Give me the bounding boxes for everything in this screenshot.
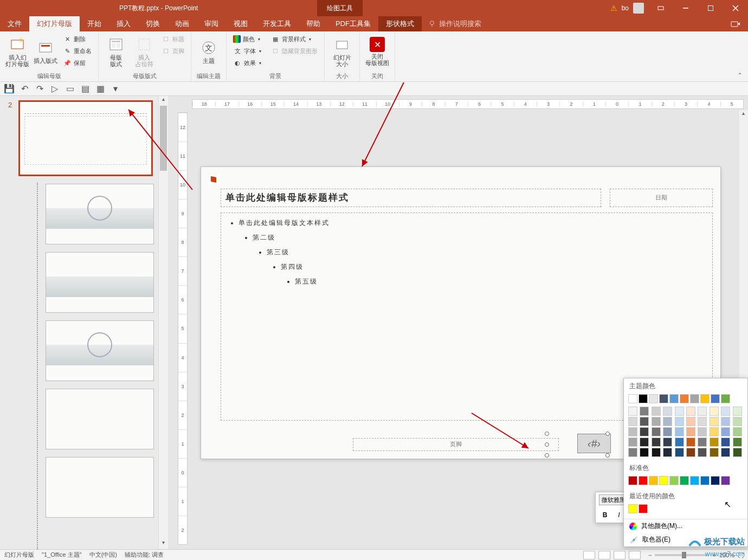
color-swatch[interactable]: [710, 427, 719, 436]
color-swatch[interactable]: [710, 437, 719, 447]
color-swatch[interactable]: [698, 448, 707, 457]
color-swatch[interactable]: [733, 448, 742, 457]
color-swatch[interactable]: [733, 407, 742, 416]
color-swatch[interactable]: [652, 427, 661, 436]
color-swatch[interactable]: [652, 437, 661, 447]
reading-view-button[interactable]: [614, 551, 626, 559]
color-swatch[interactable]: [700, 394, 710, 403]
color-swatch[interactable]: [690, 476, 699, 485]
color-swatch[interactable]: [698, 417, 707, 426]
color-swatch[interactable]: [710, 417, 719, 426]
color-swatch[interactable]: [663, 417, 672, 426]
color-swatch[interactable]: [649, 394, 658, 403]
delete-button[interactable]: ✕删除: [61, 34, 94, 44]
master-layout-button[interactable]: 母版 版式: [103, 34, 129, 69]
tab-insert[interactable]: 插入: [109, 16, 138, 31]
scroll-down-icon[interactable]: ▾: [159, 539, 168, 549]
color-swatch[interactable]: [675, 417, 684, 426]
selection-handle[interactable]: [605, 453, 610, 458]
vertical-ruler[interactable]: 121110987654321012: [178, 112, 188, 545]
close-master-view-button[interactable]: ✕ 关闭 母版视图: [364, 34, 390, 69]
selection-handle[interactable]: [545, 432, 549, 436]
layout-thumbnail[interactable]: [46, 389, 154, 449]
color-swatch[interactable]: [711, 394, 720, 403]
layout-thumbnail[interactable]: [46, 457, 154, 518]
layout-thumbnail[interactable]: [46, 252, 154, 313]
scroll-handle[interactable]: [160, 106, 167, 171]
tab-developer[interactable]: 开发工具: [255, 16, 299, 31]
color-swatch[interactable]: [639, 504, 648, 513]
tab-file[interactable]: 文件: [0, 16, 29, 31]
tab-help[interactable]: 帮助: [299, 16, 328, 31]
zoom-out-icon[interactable]: −: [648, 552, 652, 558]
color-swatch[interactable]: [669, 394, 679, 403]
tab-pdf-tools[interactable]: PDF工具集: [328, 16, 378, 31]
color-swatch[interactable]: [680, 476, 689, 485]
sorter-view-button[interactable]: [598, 551, 610, 559]
tab-slide-master[interactable]: 幻灯片母版: [29, 16, 80, 31]
color-swatch[interactable]: [711, 476, 720, 485]
selection-handle[interactable]: [545, 453, 549, 458]
collapse-ribbon-button[interactable]: ⌃: [737, 72, 743, 79]
color-swatch[interactable]: [710, 448, 719, 457]
color-swatch[interactable]: [710, 407, 719, 416]
slide-size-button[interactable]: 幻灯片 大小: [329, 34, 355, 69]
color-swatch[interactable]: [640, 417, 649, 426]
slideshow-view-button[interactable]: [629, 551, 641, 559]
color-swatch[interactable]: [628, 504, 637, 513]
color-swatch[interactable]: [698, 427, 707, 436]
color-swatch[interactable]: [698, 407, 707, 416]
share-button[interactable]: [723, 16, 748, 31]
more-colors-menuitem[interactable]: 其他颜色(M)...: [624, 519, 747, 533]
bold-button[interactable]: B: [599, 509, 611, 521]
bg-styles-button[interactable]: ▦背景样式▾: [269, 34, 320, 44]
qat-icon-5[interactable]: ▭: [65, 84, 75, 94]
title-checkbox[interactable]: ☐标题: [159, 34, 186, 44]
color-swatch[interactable]: [663, 407, 672, 416]
scroll-up-icon[interactable]: ▴: [159, 96, 168, 106]
color-swatch[interactable]: [675, 437, 684, 447]
color-swatch[interactable]: [733, 417, 742, 426]
scroll-up-icon[interactable]: ▴: [739, 110, 748, 120]
qat-icon-7[interactable]: ▦: [95, 84, 105, 94]
color-swatch[interactable]: [698, 437, 707, 447]
normal-view-button[interactable]: [583, 551, 595, 559]
layout-thumbnail[interactable]: [46, 184, 154, 244]
color-swatch[interactable]: [663, 437, 672, 447]
color-swatch[interactable]: [659, 476, 668, 485]
color-swatch[interactable]: [690, 394, 699, 403]
color-swatch[interactable]: [628, 417, 637, 426]
title-placeholder[interactable]: 单击此处编辑母版标题样式: [221, 189, 601, 207]
color-swatch[interactable]: [721, 394, 730, 403]
color-swatch[interactable]: [669, 476, 679, 485]
fonts-button[interactable]: 文字体▾: [231, 46, 263, 56]
tab-transitions[interactable]: 切换: [138, 16, 167, 31]
date-placeholder[interactable]: 日期: [610, 189, 713, 207]
color-swatch[interactable]: [721, 437, 730, 447]
horizontal-ruler[interactable]: 181716151413121110987654321012345: [192, 99, 744, 109]
ribbon-display-button[interactable]: [648, 0, 673, 16]
insert-placeholder-button[interactable]: 插入 占位符: [131, 34, 157, 69]
color-swatch[interactable]: [640, 448, 649, 457]
color-swatch[interactable]: [628, 476, 637, 485]
selection-handle[interactable]: [605, 432, 610, 436]
tab-home[interactable]: 开始: [80, 16, 109, 31]
color-swatch[interactable]: [680, 394, 689, 403]
color-swatch[interactable]: [675, 427, 684, 436]
tab-review[interactable]: 审阅: [197, 16, 226, 31]
color-swatch[interactable]: [663, 427, 672, 436]
avatar-icon[interactable]: [633, 3, 644, 14]
color-swatch[interactable]: [733, 427, 742, 436]
color-swatch[interactable]: [721, 407, 730, 416]
insert-layout-button[interactable]: 插入版式: [33, 34, 59, 69]
master-thumbnail[interactable]: 2: [18, 100, 153, 176]
color-swatch[interactable]: [686, 407, 695, 416]
color-swatch[interactable]: [700, 476, 710, 485]
qat-customize-icon[interactable]: ▾: [111, 84, 120, 94]
color-swatch[interactable]: [733, 437, 742, 447]
color-swatch[interactable]: [721, 427, 730, 436]
color-swatch[interactable]: [628, 407, 637, 416]
color-swatch[interactable]: [721, 448, 730, 457]
qat-icon-6[interactable]: ▤: [80, 84, 90, 94]
maximize-button[interactable]: [698, 0, 723, 16]
